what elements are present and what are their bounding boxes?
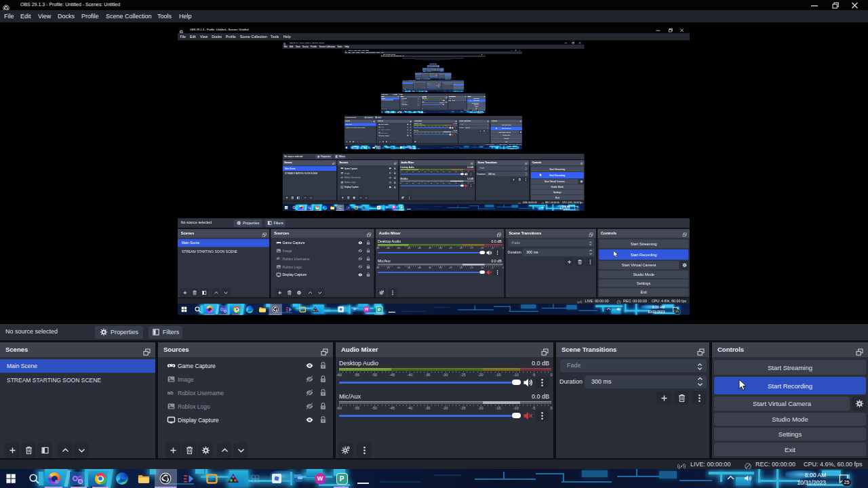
svg-text:ab: ab [167,390,174,396]
svg-text:ab: ab [277,257,281,260]
svg-text:ab: ab [378,129,380,130]
svg-text:ab: ab [340,176,342,179]
